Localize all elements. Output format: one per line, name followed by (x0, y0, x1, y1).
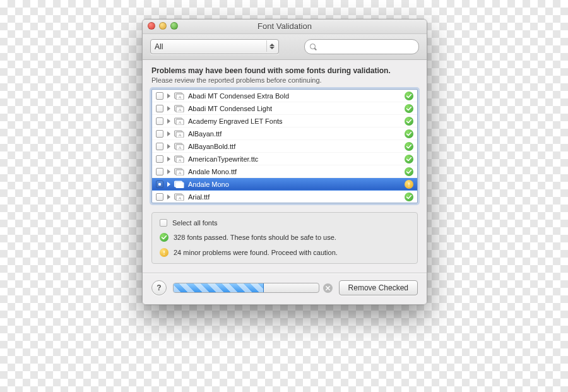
font-name: Andale Mono.ttf (188, 168, 401, 175)
svg-text:A: A (178, 133, 181, 138)
font-checkbox[interactable] (156, 105, 163, 112)
font-file-icon: A (174, 193, 184, 201)
svg-text:A: A (178, 145, 181, 150)
disclosure-triangle-icon[interactable] (167, 106, 170, 111)
font-file-icon: A (174, 168, 184, 175)
disclosure-triangle-icon[interactable] (167, 182, 170, 187)
warn-summary: 24 minor problems were found. Proceed wi… (160, 248, 410, 257)
svg-text:A: A (178, 95, 181, 100)
check-ok-icon (405, 142, 413, 151)
toolbar: All (143, 34, 427, 60)
font-name: AlBayanBold.ttf (188, 143, 401, 150)
font-checkbox[interactable] (156, 181, 163, 188)
check-ok-icon (405, 129, 413, 138)
select-all-checkbox[interactable] (160, 219, 167, 227)
font-name: Abadi MT Condensed Light (188, 105, 401, 112)
font-name: AlBayan.ttf (188, 130, 401, 138)
svg-text:A: A (178, 107, 181, 112)
separator (143, 273, 427, 274)
disclosure-triangle-icon[interactable] (167, 157, 170, 162)
font-file-icon: A (174, 181, 184, 188)
font-name: Arial.ttf (188, 193, 401, 201)
progress-fill (174, 283, 264, 292)
check-ok-icon (160, 233, 169, 242)
font-file-icon: A (174, 117, 184, 125)
check-ok-icon (405, 117, 413, 126)
footer: ? Remove Checked (151, 280, 418, 295)
check-ok-icon (405, 193, 413, 201)
font-row[interactable]: A Abadi MT Condensed Light (152, 102, 417, 115)
window-title: Font Validation (257, 21, 312, 31)
font-validation-window: Font Validation All Problems may have be… (142, 19, 427, 305)
font-row[interactable]: A AmericanTypewriter.ttc (152, 153, 417, 165)
svg-text:A: A (178, 120, 181, 125)
font-row[interactable]: A Andale Mono.ttf (152, 165, 417, 178)
zoom-icon[interactable] (170, 22, 178, 30)
select-all-label: Select all fonts (172, 219, 218, 227)
select-all-row[interactable]: Select all fonts (160, 219, 410, 227)
font-checkbox[interactable] (156, 168, 163, 175)
font-row[interactable]: A Academy Engraved LET Fonts (152, 115, 417, 128)
disclosure-triangle-icon[interactable] (167, 194, 170, 199)
stepper-icon (266, 40, 277, 52)
content-area: Problems may have been found with some f… (143, 60, 427, 304)
close-icon[interactable] (148, 22, 155, 30)
minimize-icon[interactable] (159, 22, 167, 30)
filter-value: All (155, 42, 163, 51)
svg-rect-24 (408, 182, 409, 185)
help-button[interactable]: ? (151, 280, 167, 295)
font-row[interactable]: A AlBayan.ttf (152, 128, 417, 140)
search-input[interactable] (320, 42, 413, 52)
window-controls (148, 22, 178, 30)
font-name: Academy Engraved LET Fonts (188, 117, 401, 125)
svg-text:A: A (178, 158, 181, 163)
font-name: Abadi MT Condensed Extra Bold (188, 92, 401, 100)
disclosure-triangle-icon[interactable] (167, 169, 170, 174)
font-row[interactable]: A Arial.ttf (152, 191, 417, 203)
svg-rect-29 (163, 251, 164, 253)
font-file-icon: A (174, 92, 184, 100)
font-row[interactable]: A AlBayanBold.ttf (152, 140, 417, 153)
filter-dropdown[interactable]: All (150, 39, 279, 54)
validation-subheading: Please review the reported problems befo… (151, 76, 418, 84)
search-field[interactable] (304, 39, 419, 54)
font-file-icon: A (174, 143, 184, 150)
check-ok-icon (405, 155, 413, 163)
titlebar: Font Validation (143, 20, 427, 34)
font-checkbox[interactable] (156, 143, 163, 150)
font-checkbox[interactable] (156, 117, 163, 125)
svg-text:A: A (178, 170, 181, 175)
warn-text: 24 minor problems were found. Proceed wi… (174, 249, 338, 256)
passed-summary: 328 fonts passed. These fonts should be … (160, 233, 410, 242)
check-ok-icon (405, 92, 413, 100)
font-checkbox[interactable] (156, 155, 163, 163)
font-row[interactable]: A Andale Mono (152, 178, 417, 191)
cancel-icon[interactable] (323, 283, 333, 293)
font-file-icon: A (174, 105, 184, 112)
disclosure-triangle-icon[interactable] (167, 131, 170, 136)
svg-rect-25 (408, 186, 409, 186)
remove-checked-button[interactable]: Remove Checked (339, 280, 418, 295)
svg-text:A: A (178, 196, 181, 201)
progress-bar (173, 283, 319, 293)
validation-heading: Problems may have been found with some f… (151, 66, 418, 75)
font-file-icon: A (174, 130, 184, 138)
check-ok-icon (405, 104, 413, 113)
disclosure-triangle-icon[interactable] (167, 144, 170, 149)
warning-icon (405, 180, 413, 189)
disclosure-triangle-icon[interactable] (167, 93, 170, 98)
remove-checked-label: Remove Checked (348, 283, 408, 292)
font-name: Andale Mono (188, 181, 401, 188)
disclosure-triangle-icon[interactable] (167, 119, 170, 124)
font-file-icon: A (174, 155, 184, 163)
check-ok-icon (405, 167, 413, 176)
svg-rect-30 (163, 254, 164, 254)
font-checkbox[interactable] (156, 92, 163, 100)
warning-icon (160, 248, 169, 257)
svg-text:A: A (178, 183, 181, 188)
search-icon (310, 44, 316, 50)
font-checkbox[interactable] (156, 193, 163, 201)
font-list[interactable]: A Abadi MT Condensed Extra Bold A Abadi … (151, 89, 418, 203)
font-checkbox[interactable] (156, 130, 163, 138)
font-row[interactable]: A Abadi MT Condensed Extra Bold (152, 90, 417, 102)
